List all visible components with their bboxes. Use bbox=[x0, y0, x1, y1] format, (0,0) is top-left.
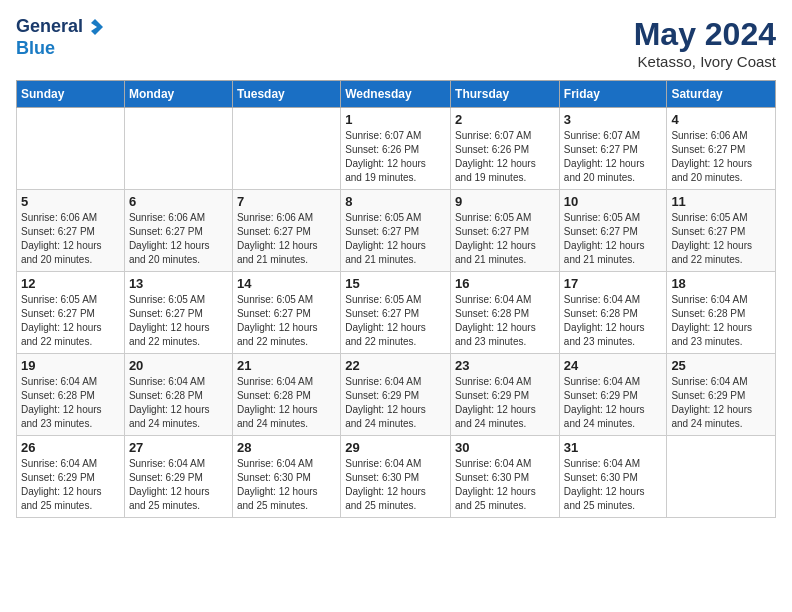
calendar-day-cell: 26Sunrise: 6:04 AM Sunset: 6:29 PM Dayli… bbox=[17, 436, 125, 518]
calendar-day-cell: 7Sunrise: 6:06 AM Sunset: 6:27 PM Daylig… bbox=[232, 190, 340, 272]
day-number: 11 bbox=[671, 194, 771, 209]
day-number: 12 bbox=[21, 276, 120, 291]
calendar-day-cell: 2Sunrise: 6:07 AM Sunset: 6:26 PM Daylig… bbox=[451, 108, 560, 190]
logo-general-text: General bbox=[16, 16, 83, 38]
calendar-week-row: 12Sunrise: 6:05 AM Sunset: 6:27 PM Dayli… bbox=[17, 272, 776, 354]
calendar-day-cell: 14Sunrise: 6:05 AM Sunset: 6:27 PM Dayli… bbox=[232, 272, 340, 354]
calendar-day-cell bbox=[232, 108, 340, 190]
day-info: Sunrise: 6:05 AM Sunset: 6:27 PM Dayligh… bbox=[671, 211, 771, 267]
day-number: 30 bbox=[455, 440, 555, 455]
calendar-day-cell: 12Sunrise: 6:05 AM Sunset: 6:27 PM Dayli… bbox=[17, 272, 125, 354]
day-number: 2 bbox=[455, 112, 555, 127]
calendar-day-cell: 17Sunrise: 6:04 AM Sunset: 6:28 PM Dayli… bbox=[559, 272, 667, 354]
calendar-day-cell: 21Sunrise: 6:04 AM Sunset: 6:28 PM Dayli… bbox=[232, 354, 340, 436]
calendar-day-cell: 10Sunrise: 6:05 AM Sunset: 6:27 PM Dayli… bbox=[559, 190, 667, 272]
day-info: Sunrise: 6:04 AM Sunset: 6:28 PM Dayligh… bbox=[129, 375, 228, 431]
calendar-day-cell: 15Sunrise: 6:05 AM Sunset: 6:27 PM Dayli… bbox=[341, 272, 451, 354]
day-number: 17 bbox=[564, 276, 663, 291]
day-number: 25 bbox=[671, 358, 771, 373]
header-sunday: Sunday bbox=[17, 81, 125, 108]
calendar-day-cell: 20Sunrise: 6:04 AM Sunset: 6:28 PM Dayli… bbox=[124, 354, 232, 436]
day-info: Sunrise: 6:04 AM Sunset: 6:28 PM Dayligh… bbox=[455, 293, 555, 349]
day-number: 6 bbox=[129, 194, 228, 209]
calendar-day-cell: 24Sunrise: 6:04 AM Sunset: 6:29 PM Dayli… bbox=[559, 354, 667, 436]
header-wednesday: Wednesday bbox=[341, 81, 451, 108]
page-header: General Blue May 2024 Ketasso, Ivory Coa… bbox=[16, 16, 776, 70]
day-number: 14 bbox=[237, 276, 336, 291]
day-number: 9 bbox=[455, 194, 555, 209]
day-number: 15 bbox=[345, 276, 446, 291]
calendar-day-cell: 1Sunrise: 6:07 AM Sunset: 6:26 PM Daylig… bbox=[341, 108, 451, 190]
header-tuesday: Tuesday bbox=[232, 81, 340, 108]
day-info: Sunrise: 6:05 AM Sunset: 6:27 PM Dayligh… bbox=[455, 211, 555, 267]
calendar-day-cell: 9Sunrise: 6:05 AM Sunset: 6:27 PM Daylig… bbox=[451, 190, 560, 272]
day-info: Sunrise: 6:04 AM Sunset: 6:28 PM Dayligh… bbox=[564, 293, 663, 349]
calendar-day-cell: 4Sunrise: 6:06 AM Sunset: 6:27 PM Daylig… bbox=[667, 108, 776, 190]
day-number: 22 bbox=[345, 358, 446, 373]
day-info: Sunrise: 6:07 AM Sunset: 6:26 PM Dayligh… bbox=[345, 129, 446, 185]
day-number: 1 bbox=[345, 112, 446, 127]
calendar-day-cell: 6Sunrise: 6:06 AM Sunset: 6:27 PM Daylig… bbox=[124, 190, 232, 272]
calendar-day-cell: 29Sunrise: 6:04 AM Sunset: 6:30 PM Dayli… bbox=[341, 436, 451, 518]
day-number: 4 bbox=[671, 112, 771, 127]
logo: General Blue bbox=[16, 16, 105, 59]
day-info: Sunrise: 6:06 AM Sunset: 6:27 PM Dayligh… bbox=[129, 211, 228, 267]
calendar-header-row: Sunday Monday Tuesday Wednesday Thursday… bbox=[17, 81, 776, 108]
calendar-day-cell: 31Sunrise: 6:04 AM Sunset: 6:30 PM Dayli… bbox=[559, 436, 667, 518]
calendar-day-cell bbox=[17, 108, 125, 190]
day-number: 5 bbox=[21, 194, 120, 209]
day-info: Sunrise: 6:05 AM Sunset: 6:27 PM Dayligh… bbox=[345, 211, 446, 267]
day-number: 21 bbox=[237, 358, 336, 373]
day-info: Sunrise: 6:04 AM Sunset: 6:28 PM Dayligh… bbox=[21, 375, 120, 431]
day-info: Sunrise: 6:04 AM Sunset: 6:30 PM Dayligh… bbox=[564, 457, 663, 513]
calendar-day-cell bbox=[667, 436, 776, 518]
day-number: 28 bbox=[237, 440, 336, 455]
calendar-week-row: 1Sunrise: 6:07 AM Sunset: 6:26 PM Daylig… bbox=[17, 108, 776, 190]
calendar-day-cell: 16Sunrise: 6:04 AM Sunset: 6:28 PM Dayli… bbox=[451, 272, 560, 354]
day-number: 20 bbox=[129, 358, 228, 373]
day-info: Sunrise: 6:04 AM Sunset: 6:29 PM Dayligh… bbox=[129, 457, 228, 513]
day-info: Sunrise: 6:04 AM Sunset: 6:30 PM Dayligh… bbox=[237, 457, 336, 513]
calendar-day-cell: 13Sunrise: 6:05 AM Sunset: 6:27 PM Dayli… bbox=[124, 272, 232, 354]
day-info: Sunrise: 6:04 AM Sunset: 6:28 PM Dayligh… bbox=[671, 293, 771, 349]
day-number: 29 bbox=[345, 440, 446, 455]
day-number: 24 bbox=[564, 358, 663, 373]
day-info: Sunrise: 6:05 AM Sunset: 6:27 PM Dayligh… bbox=[345, 293, 446, 349]
day-info: Sunrise: 6:06 AM Sunset: 6:27 PM Dayligh… bbox=[21, 211, 120, 267]
calendar-day-cell: 18Sunrise: 6:04 AM Sunset: 6:28 PM Dayli… bbox=[667, 272, 776, 354]
calendar-day-cell: 27Sunrise: 6:04 AM Sunset: 6:29 PM Dayli… bbox=[124, 436, 232, 518]
day-number: 18 bbox=[671, 276, 771, 291]
calendar-day-cell: 23Sunrise: 6:04 AM Sunset: 6:29 PM Dayli… bbox=[451, 354, 560, 436]
calendar-table: Sunday Monday Tuesday Wednesday Thursday… bbox=[16, 80, 776, 518]
day-info: Sunrise: 6:06 AM Sunset: 6:27 PM Dayligh… bbox=[671, 129, 771, 185]
calendar-day-cell bbox=[124, 108, 232, 190]
location: Ketasso, Ivory Coast bbox=[634, 53, 776, 70]
calendar-day-cell: 11Sunrise: 6:05 AM Sunset: 6:27 PM Dayli… bbox=[667, 190, 776, 272]
day-info: Sunrise: 6:05 AM Sunset: 6:27 PM Dayligh… bbox=[564, 211, 663, 267]
day-info: Sunrise: 6:04 AM Sunset: 6:29 PM Dayligh… bbox=[564, 375, 663, 431]
calendar-day-cell: 30Sunrise: 6:04 AM Sunset: 6:30 PM Dayli… bbox=[451, 436, 560, 518]
month-year: May 2024 bbox=[634, 16, 776, 53]
day-number: 26 bbox=[21, 440, 120, 455]
day-number: 27 bbox=[129, 440, 228, 455]
calendar-day-cell: 28Sunrise: 6:04 AM Sunset: 6:30 PM Dayli… bbox=[232, 436, 340, 518]
day-number: 10 bbox=[564, 194, 663, 209]
calendar-day-cell: 8Sunrise: 6:05 AM Sunset: 6:27 PM Daylig… bbox=[341, 190, 451, 272]
day-number: 23 bbox=[455, 358, 555, 373]
svg-marker-0 bbox=[91, 19, 103, 35]
calendar-day-cell: 25Sunrise: 6:04 AM Sunset: 6:29 PM Dayli… bbox=[667, 354, 776, 436]
day-info: Sunrise: 6:04 AM Sunset: 6:29 PM Dayligh… bbox=[455, 375, 555, 431]
day-info: Sunrise: 6:05 AM Sunset: 6:27 PM Dayligh… bbox=[21, 293, 120, 349]
header-monday: Monday bbox=[124, 81, 232, 108]
day-number: 7 bbox=[237, 194, 336, 209]
calendar-day-cell: 3Sunrise: 6:07 AM Sunset: 6:27 PM Daylig… bbox=[559, 108, 667, 190]
logo-blue-text: Blue bbox=[16, 38, 105, 60]
day-number: 31 bbox=[564, 440, 663, 455]
calendar-week-row: 19Sunrise: 6:04 AM Sunset: 6:28 PM Dayli… bbox=[17, 354, 776, 436]
calendar-week-row: 5Sunrise: 6:06 AM Sunset: 6:27 PM Daylig… bbox=[17, 190, 776, 272]
day-info: Sunrise: 6:07 AM Sunset: 6:27 PM Dayligh… bbox=[564, 129, 663, 185]
day-number: 8 bbox=[345, 194, 446, 209]
day-info: Sunrise: 6:04 AM Sunset: 6:28 PM Dayligh… bbox=[237, 375, 336, 431]
header-friday: Friday bbox=[559, 81, 667, 108]
day-info: Sunrise: 6:04 AM Sunset: 6:29 PM Dayligh… bbox=[21, 457, 120, 513]
